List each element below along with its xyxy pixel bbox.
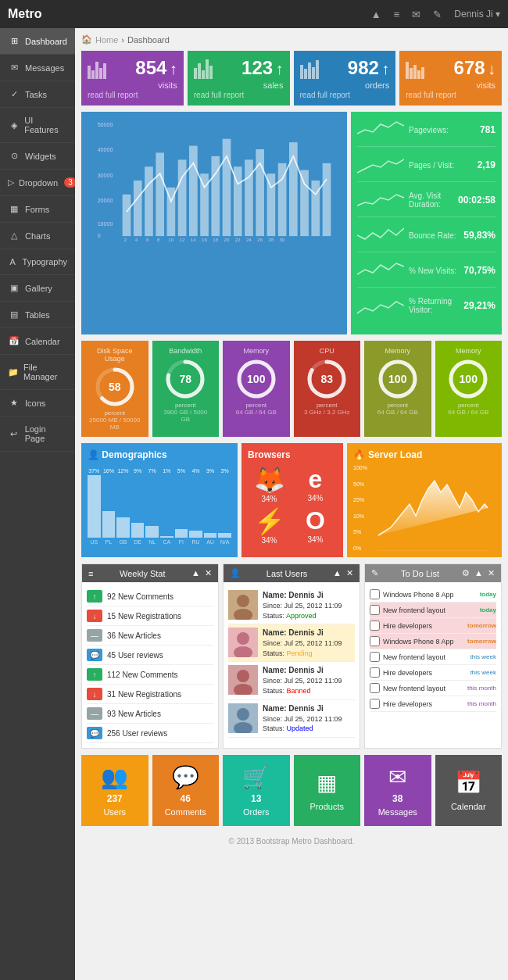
- todo-check-4[interactable]: [370, 636, 380, 646]
- nav-icon-4[interactable]: ✎: [433, 9, 442, 20]
- messages-icon: ✉: [8, 63, 20, 73]
- sidebar-item-dashboard[interactable]: ⊞ Dashboard: [0, 28, 75, 55]
- ui-features-icon: ◈: [8, 120, 20, 131]
- layout: ⊞ Dashboard ✉ Messages ✓ Tasks ◈ UI Feat…: [0, 28, 508, 980]
- gauge-cpu-title: CPU: [300, 347, 355, 355]
- stat-bars-1: [88, 57, 106, 79]
- tile-orders[interactable]: 🛒 13 Orders: [223, 755, 290, 826]
- svg-text:8: 8: [157, 237, 160, 242]
- svg-point-58: [234, 684, 252, 695]
- sidebar-item-ui-features[interactable]: ◈ UI Features: [0, 108, 75, 143]
- opera-icon: O: [294, 506, 337, 535]
- user-item-3: Name: Dennis Ji Since: Jul 25, 2012 11:0…: [228, 662, 355, 699]
- stat-name-returning: % Returning Visitor:: [409, 297, 459, 314]
- nav-icon-1[interactable]: ▲: [371, 9, 381, 20]
- other-browser-pct: 34%: [248, 536, 291, 545]
- gauge-memory1-value: 100: [247, 373, 265, 385]
- demo-row: 👤 Demographics 37%16%12% 9%7%1% 5%4%3% 3…: [81, 443, 502, 557]
- last-users-collapse[interactable]: ▲: [333, 568, 342, 578]
- sidebar-label-tables: Tables: [25, 310, 50, 320]
- last-users-icon: 👤: [230, 568, 241, 578]
- breadcrumb-home[interactable]: Home: [95, 35, 118, 45]
- sidebar-item-tables[interactable]: ▤ Tables: [0, 302, 75, 328]
- gauge-memory2-title: Memory: [370, 347, 425, 355]
- todo-check-5[interactable]: [370, 652, 380, 662]
- tile-users[interactable]: 👥 237 Users: [81, 755, 148, 826]
- sidebar-item-calendar[interactable]: 📅 Calendar: [0, 328, 75, 355]
- users-tile-count: 237: [107, 793, 123, 804]
- last-users-close[interactable]: ✕: [346, 568, 353, 578]
- user-item-1: Name: Dennis Ji Since: Jul 25, 2012 11:0…: [228, 587, 355, 624]
- weekly-stat-collapse[interactable]: ▲: [191, 568, 200, 578]
- stat-label-1: visits: [88, 80, 177, 90]
- stat-val-new-visits: 70,75%: [463, 265, 495, 276]
- todo-check-6[interactable]: [370, 667, 380, 678]
- sidebar-item-icons[interactable]: ★ Icons: [0, 390, 75, 417]
- user-menu[interactable]: Dennis Ji ▾: [454, 9, 500, 20]
- nav-icon-2[interactable]: ≡: [394, 9, 400, 20]
- todo-time-4: tomorrow: [467, 638, 496, 645]
- tile-messages[interactable]: ✉ 38 Messages: [364, 755, 431, 826]
- stat-sales: 123 ↑ sales read full report: [188, 51, 290, 106]
- stat-num-1: 854: [135, 57, 166, 78]
- gauge-memory2-value: 100: [388, 373, 406, 385]
- browser-ie: e 34%: [294, 465, 337, 503]
- sidebar-item-widgets[interactable]: ⊙ Widgets: [0, 143, 75, 170]
- sidebar-item-file-manager[interactable]: 📁 File Manager: [0, 355, 75, 390]
- sparkline-avg-duration: [357, 188, 404, 212]
- gauge-bandwidth-value: 78: [179, 373, 191, 385]
- stat-num-2: 123: [241, 57, 273, 78]
- weekly-stat-close[interactable]: ✕: [205, 568, 212, 578]
- sidebar-item-login[interactable]: ↩ Login Page: [0, 417, 75, 452]
- svg-rect-22: [300, 170, 309, 236]
- demographics-panel: 👤 Demographics 37%16%12% 9%7%1% 5%4%3% 3…: [81, 443, 238, 557]
- svg-text:22: 22: [235, 237, 241, 242]
- stat-link-2[interactable]: read full report: [194, 91, 284, 99]
- todo-icon: ✎: [371, 568, 378, 578]
- todo-collapse[interactable]: ▲: [474, 568, 483, 578]
- stat-link-3[interactable]: read full report: [300, 91, 390, 99]
- last-users-header: 👤 Last Users ▲ ✕: [224, 564, 360, 582]
- todo-label-4: Windows Phone 8 App: [383, 638, 464, 646]
- sidebar-item-messages[interactable]: ✉ Messages: [0, 55, 75, 81]
- main-chart-panel: 50000 40000 30000 20000 10000 0: [81, 112, 347, 334]
- breadcrumb-current: Dashboard: [127, 35, 170, 45]
- user-info-2: Name: Dennis Ji Since: Jul 25, 2012 11:0…: [263, 628, 342, 658]
- svg-text:12: 12: [180, 237, 185, 242]
- tile-comments[interactable]: 💬 46 Comments: [152, 755, 220, 826]
- sidebar-item-dropdown[interactable]: ▷ Dropdown 3: [0, 170, 75, 196]
- todo-settings[interactable]: ⚙: [462, 568, 470, 578]
- todo-time-3: tomorrow: [467, 622, 496, 629]
- todo-check-2[interactable]: [370, 605, 380, 615]
- browsers-title: Browsers: [248, 449, 337, 460]
- sidebar-item-charts[interactable]: △ Charts: [0, 223, 75, 249]
- sidebar-item-gallery[interactable]: ▣ Gallery: [0, 275, 75, 302]
- todo-check-3[interactable]: [370, 621, 380, 631]
- svg-text:40000: 40000: [98, 147, 113, 153]
- stat-bars-3: [300, 57, 319, 79]
- stat-link-1[interactable]: read full report: [88, 91, 177, 99]
- tile-products[interactable]: ▦ Products: [294, 755, 361, 826]
- todo-check-1[interactable]: [370, 589, 380, 599]
- stat-visits: 854 ↑ visits read full report: [81, 51, 184, 106]
- firefox-icon: 🦊: [248, 465, 291, 495]
- home-icon: 🏠: [81, 34, 92, 45]
- svg-rect-23: [311, 181, 320, 236]
- forms-icon: ▦: [8, 204, 20, 214]
- sidebar-item-typography[interactable]: A Typography: [0, 249, 75, 275]
- sidebar-item-forms[interactable]: ▦ Forms: [0, 196, 75, 223]
- todo-time-7: this month: [467, 685, 496, 692]
- todo-close[interactable]: ✕: [488, 568, 495, 578]
- sidebar-item-tasks[interactable]: ✓ Tasks: [0, 81, 75, 108]
- gauge-bandwidth-title: Bandwidth: [159, 347, 213, 355]
- stat-link-4[interactable]: read full report: [406, 91, 495, 99]
- tile-calendar[interactable]: 📅 Calendar: [435, 755, 503, 826]
- server-load-panel: 🔥 Server Load 100%50%25%10%5%0%: [347, 443, 502, 557]
- nav-icon-3[interactable]: ✉: [412, 9, 420, 20]
- todo-check-7[interactable]: [370, 683, 380, 693]
- todo-label-1: Windows Phone 8 App: [383, 591, 477, 599]
- sidebar-label-file-manager: File Manager: [23, 363, 67, 381]
- todo-check-8[interactable]: [370, 699, 380, 709]
- svg-point-55: [237, 632, 249, 645]
- todo-item-4: Windows Phone 8 App tomorrow: [370, 634, 496, 649]
